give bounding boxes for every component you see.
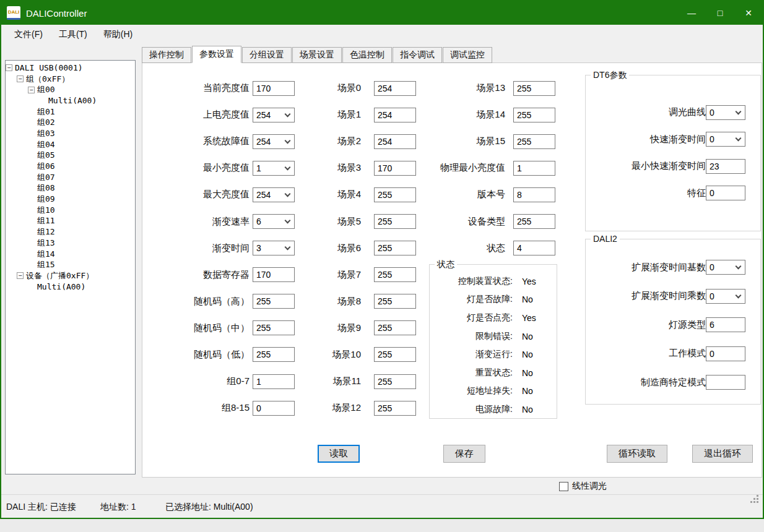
tab[interactable]: 指令调试: [393, 47, 442, 63]
field-input[interactable]: 255: [253, 320, 295, 335]
tree-item[interactable]: − 组01: [28, 106, 135, 118]
field-input[interactable]: 255: [374, 267, 416, 282]
tab[interactable]: 分组设置: [242, 47, 292, 63]
field-input[interactable]: 254: [374, 134, 416, 149]
field-input[interactable]: 1: [253, 161, 295, 176]
field-input[interactable]: 170: [253, 81, 295, 96]
resize-grip-icon[interactable]: [757, 495, 758, 497]
tree-item[interactable]: − 组14: [28, 249, 135, 260]
field-input[interactable]: 255: [513, 134, 555, 149]
status-label: 重置状态:: [433, 367, 513, 379]
field-input[interactable]: [706, 375, 745, 390]
save-button[interactable]: 保存: [443, 445, 485, 463]
field-value: 255: [378, 323, 392, 333]
field-label: 场景8: [313, 296, 361, 307]
field-input[interactable]: 255: [253, 347, 295, 362]
field-input[interactable]: 6: [706, 317, 745, 332]
field-label: 组0-7: [155, 375, 250, 387]
tree-item[interactable]: − 组10: [28, 205, 135, 216]
field-input[interactable]: 1: [513, 161, 555, 176]
field-input[interactable]: 255: [513, 214, 555, 229]
tree-item[interactable]: − 组15: [28, 259, 135, 270]
field-value: 255: [256, 296, 271, 306]
field-input[interactable]: 255: [374, 187, 416, 202]
tree-item[interactable]: − 组09: [28, 194, 135, 205]
field-input[interactable]: 255: [513, 81, 555, 96]
tree-item[interactable]: − 组06: [28, 161, 135, 172]
field-input[interactable]: 0: [706, 346, 745, 361]
field-input[interactable]: 8: [513, 187, 555, 202]
field-input[interactable]: 254: [253, 108, 295, 122]
linear-dimming-checkbox[interactable]: [559, 482, 568, 491]
field-input[interactable]: 170: [253, 267, 295, 282]
maximize-icon: □: [718, 8, 723, 18]
field-input[interactable]: 0: [706, 105, 745, 120]
tab[interactable]: 参数设置: [192, 46, 241, 63]
tree-item-label: Multi(A00): [37, 282, 85, 291]
field-input[interactable]: 23: [706, 159, 745, 174]
menu-item[interactable]: 文件(F): [6, 25, 51, 45]
loop-read-button[interactable]: 循环读取: [607, 445, 667, 463]
read-button[interactable]: 读取: [318, 445, 360, 463]
exit-loop-button[interactable]: 退出循环: [692, 445, 753, 463]
titlebar: DALI DALIController — □ ✕: [1, 1, 763, 25]
field-input[interactable]: 255: [374, 347, 416, 362]
tree-item[interactable]: − Multi(A00): [28, 281, 135, 293]
tab[interactable]: 场景设置: [292, 47, 342, 63]
field-input[interactable]: 4: [513, 241, 555, 255]
field-input[interactable]: 255: [374, 374, 416, 389]
menu-item[interactable]: 工具(T): [51, 25, 95, 45]
tab[interactable]: 调试监控: [443, 47, 492, 63]
field-input[interactable]: 6: [253, 214, 295, 229]
field-input[interactable]: 254: [374, 108, 416, 122]
field-input[interactable]: 0: [706, 289, 745, 304]
field-input[interactable]: 0: [253, 401, 295, 416]
tree-item[interactable]: − 组12: [28, 226, 135, 238]
field-label: 最大亮度值: [155, 189, 250, 200]
field-input[interactable]: 0: [706, 132, 745, 147]
menu-item[interactable]: 帮助(H): [95, 25, 141, 45]
field-input[interactable]: 0: [706, 186, 745, 200]
field-input[interactable]: 255: [374, 294, 416, 309]
field-input[interactable]: 255: [513, 108, 555, 122]
field-input[interactable]: 255: [374, 401, 416, 416]
minimize-button[interactable]: —: [677, 1, 706, 25]
tree-item[interactable]: − 设备（广播0xFF）: [17, 270, 135, 281]
field-input[interactable]: 254: [253, 134, 295, 149]
tab[interactable]: 色温控制: [342, 47, 392, 63]
field-value: 255: [378, 190, 392, 200]
field-value: 6: [710, 320, 714, 330]
tree-collapse-icon[interactable]: −: [6, 64, 12, 71]
tree-item[interactable]: − 组（0xFF）: [17, 74, 135, 85]
field-input[interactable]: 170: [374, 161, 416, 176]
tree-item[interactable]: − 组05: [28, 150, 135, 161]
tree-item[interactable]: − 组00: [28, 84, 135, 95]
field-input[interactable]: 255: [253, 294, 295, 309]
field-label: 设备类型: [427, 216, 505, 228]
tree-collapse-icon[interactable]: −: [17, 75, 24, 82]
tree-item[interactable]: − 组04: [28, 139, 135, 150]
tab[interactable]: 操作控制: [142, 47, 191, 63]
tree-item[interactable]: − DALI USB(0001): [6, 62, 135, 74]
tree-item[interactable]: − 组02: [28, 117, 135, 128]
field-input[interactable]: 3: [253, 241, 295, 255]
close-button[interactable]: ✕: [734, 1, 763, 25]
tree-item[interactable]: − 组11: [28, 216, 135, 227]
tree-item[interactable]: − Multi(A00): [39, 95, 135, 106]
maximize-button[interactable]: □: [706, 1, 734, 25]
field-value: 254: [256, 190, 271, 200]
tab-strip: 操作控制 参数设置 分组设置 场景设置 色温控制 指令调试 调试监控: [142, 46, 493, 63]
field-input[interactable]: 255: [374, 214, 416, 229]
tree-item[interactable]: − 组13: [28, 238, 135, 249]
field-input[interactable]: 255: [374, 241, 416, 255]
tree-item[interactable]: − 组03: [28, 128, 135, 139]
tree-collapse-icon[interactable]: −: [17, 272, 24, 279]
field-input[interactable]: 1: [253, 374, 295, 389]
field-input[interactable]: 0: [706, 260, 745, 275]
tree-collapse-icon[interactable]: −: [28, 87, 35, 93]
field-input[interactable]: 254: [374, 81, 416, 96]
field-input[interactable]: 255: [374, 320, 416, 335]
field-input[interactable]: 254: [253, 187, 295, 202]
tree-item[interactable]: − 组07: [28, 172, 135, 183]
tree-item[interactable]: − 组08: [28, 183, 135, 194]
